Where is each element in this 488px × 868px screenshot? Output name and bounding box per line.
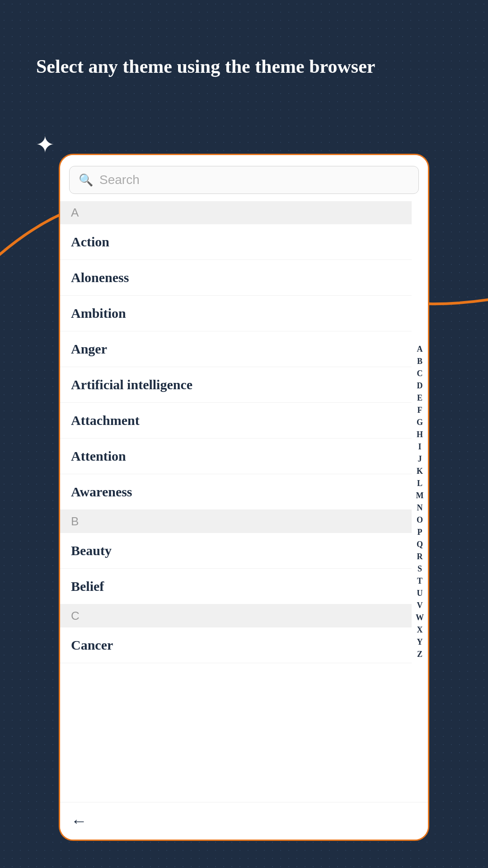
alpha-letter-r[interactable]: R — [412, 551, 428, 563]
list-item[interactable]: Attention — [60, 439, 412, 474]
back-bar: ← — [60, 802, 428, 840]
alpha-letter-m[interactable]: M — [412, 490, 428, 502]
alpha-letter-c[interactable]: C — [412, 368, 428, 380]
alpha-letter-h[interactable]: H — [412, 429, 428, 441]
alpha-letter-q[interactable]: Q — [412, 538, 428, 551]
search-placeholder: Search — [99, 173, 140, 187]
list-item[interactable]: Action — [60, 224, 412, 260]
alphabet-sidebar: ABCDEFGHIJKLMNOPQRSTUVWXYZ — [412, 201, 428, 802]
alpha-letter-z[interactable]: Z — [412, 648, 428, 660]
section-header-c: C — [60, 604, 412, 627]
list-item[interactable]: Anger — [60, 331, 412, 367]
list-item[interactable]: Attachment — [60, 403, 412, 439]
alpha-letter-t[interactable]: T — [412, 575, 428, 587]
alpha-letter-a[interactable]: A — [412, 343, 428, 355]
alpha-letter-k[interactable]: K — [412, 465, 428, 477]
alpha-letter-n[interactable]: N — [412, 502, 428, 514]
search-icon: 🔍 — [79, 173, 93, 187]
section-header-b: B — [60, 510, 412, 533]
alpha-letter-e[interactable]: E — [412, 392, 428, 404]
list-item[interactable]: Beauty — [60, 533, 412, 569]
list-item[interactable]: Artificial intelligence — [60, 367, 412, 403]
search-container: 🔍 Search — [60, 155, 428, 201]
list-item[interactable]: Aloneness — [60, 260, 412, 296]
list-item[interactable]: Ambition — [60, 296, 412, 331]
list-item[interactable]: Cancer — [60, 627, 412, 663]
alpha-letter-i[interactable]: I — [412, 441, 428, 453]
alpha-letter-v[interactable]: V — [412, 599, 428, 612]
list-content: AActionAlonenessAmbitionAngerArtificial … — [60, 201, 412, 802]
alpha-letter-g[interactable]: G — [412, 416, 428, 429]
alpha-letter-p[interactable]: P — [412, 526, 428, 538]
alpha-letter-b[interactable]: B — [412, 355, 428, 368]
alpha-letter-f[interactable]: F — [412, 404, 428, 416]
alpha-letter-o[interactable]: O — [412, 514, 428, 526]
alpha-letter-s[interactable]: S — [412, 563, 428, 575]
alpha-letter-y[interactable]: Y — [412, 636, 428, 648]
back-button[interactable]: ← — [71, 812, 87, 830]
sparkle-icon: ✦ — [35, 133, 55, 157]
list-item[interactable]: Awareness — [60, 474, 412, 510]
section-header-a: A — [60, 201, 412, 224]
list-item[interactable]: Belief — [60, 569, 412, 604]
alpha-letter-w[interactable]: W — [412, 612, 428, 624]
search-bar[interactable]: 🔍 Search — [69, 166, 419, 194]
alpha-letter-x[interactable]: X — [412, 624, 428, 636]
list-area: AActionAlonenessAmbitionAngerArtificial … — [60, 201, 428, 802]
alpha-letter-u[interactable]: U — [412, 587, 428, 599]
alpha-letter-d[interactable]: D — [412, 380, 428, 392]
alpha-letter-l[interactable]: L — [412, 477, 428, 490]
phone-inner: 🔍 Search AActionAlonenessAmbitionAngerAr… — [60, 155, 428, 840]
page-title: Select any theme using the theme browser — [36, 54, 452, 79]
alpha-letter-j[interactable]: J — [412, 453, 428, 465]
phone-frame: 🔍 Search AActionAlonenessAmbitionAngerAr… — [59, 154, 429, 841]
